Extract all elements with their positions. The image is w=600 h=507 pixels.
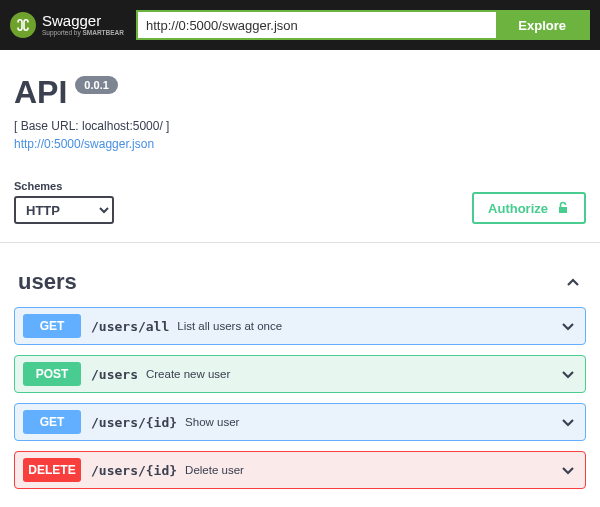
topbar: Swagger Supported by SMARTBEAR Explore [0, 0, 600, 50]
base-url: [ Base URL: localhost:5000/ ] [14, 119, 586, 133]
brand-subtitle: Supported by SMARTBEAR [42, 30, 124, 37]
version-badge: 0.0.1 [75, 76, 117, 94]
tag-name: users [18, 269, 77, 295]
operation-path: /users/all [91, 319, 169, 334]
authorize-label: Authorize [488, 201, 548, 216]
scheme-control: Schemes HTTP [14, 180, 114, 224]
authorize-button[interactable]: Authorize [472, 192, 586, 224]
operation-summary: List all users at once [177, 320, 282, 332]
api-info: API 0.0.1 [ Base URL: localhost:5000/ ] … [0, 50, 600, 162]
swagger-logo-icon [10, 12, 36, 38]
operation-row[interactable]: POST/usersCreate new user [14, 355, 586, 393]
operation-summary: Delete user [185, 464, 244, 476]
method-badge: POST [23, 362, 81, 386]
chevron-down-icon [559, 317, 577, 335]
operation-row[interactable]: GET/users/allList all users at once [14, 307, 586, 345]
chevron-down-icon [559, 365, 577, 383]
operation-path: /users/{id} [91, 463, 177, 478]
operations-list: GET/users/allList all users at oncePOST/… [14, 307, 586, 489]
schemes-label: Schemes [14, 180, 114, 192]
operation-summary: Create new user [146, 368, 230, 380]
spec-link[interactable]: http://0:5000/swagger.json [14, 137, 154, 151]
method-badge: GET [23, 410, 81, 434]
swagger-logo: Swagger Supported by SMARTBEAR [10, 12, 124, 38]
explore-button[interactable]: Explore [496, 12, 588, 38]
method-badge: DELETE [23, 458, 81, 482]
chevron-down-icon [559, 461, 577, 479]
operation-summary: Show user [185, 416, 239, 428]
schemes-select[interactable]: HTTP [14, 196, 114, 224]
scheme-bar: Schemes HTTP Authorize [0, 162, 600, 242]
swagger-logo-text: Swagger Supported by SMARTBEAR [42, 13, 124, 37]
operation-path: /users/{id} [91, 415, 177, 430]
operation-path: /users [91, 367, 138, 382]
url-bar: Explore [136, 10, 590, 40]
title-row: API 0.0.1 [14, 74, 586, 111]
chevron-down-icon [559, 413, 577, 431]
chevron-up-icon [564, 273, 582, 291]
spec-url-input[interactable] [138, 12, 496, 38]
tag-header[interactable]: users [14, 263, 586, 307]
api-title: API [14, 74, 67, 111]
operation-row[interactable]: GET/users/{id}Show user [14, 403, 586, 441]
lock-icon [556, 200, 570, 217]
tag-section-users: users GET/users/allList all users at onc… [0, 243, 600, 507]
brand-name: Swagger [42, 13, 124, 28]
method-badge: GET [23, 314, 81, 338]
operation-row[interactable]: DELETE/users/{id}Delete user [14, 451, 586, 489]
